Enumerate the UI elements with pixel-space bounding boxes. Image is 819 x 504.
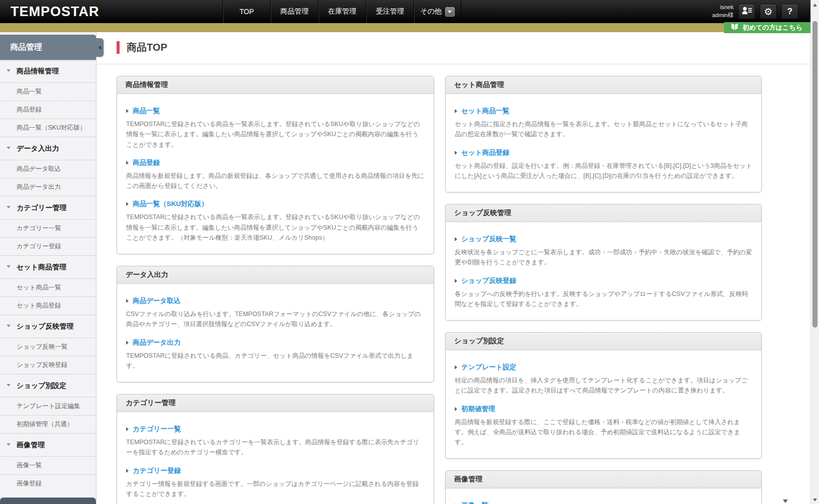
sidebar-section-header[interactable]: 商品情報管理 — [0, 60, 96, 82]
card-title: 商品情報管理 — [126, 80, 168, 88]
chevron-down-icon — [448, 11, 452, 13]
sidebar-item[interactable]: 商品データ出力 — [0, 178, 96, 196]
sidebar-item[interactable]: 商品データ取込 — [0, 160, 96, 178]
sidebar-item[interactable]: セット商品一覧 — [0, 278, 96, 296]
help-button[interactable]: ? — [781, 4, 798, 19]
sidebar-item-label: 商品一覧 — [17, 88, 42, 95]
link-arrow-icon — [455, 109, 457, 113]
sidebar-section-items: セット商品一覧 セット商品登録 — [0, 278, 96, 315]
link-description: CSVファイルの取り込みを行います。TEMPOSTARフォーマットのCSVファイ… — [126, 309, 425, 330]
settings-button[interactable]: ⚙ — [760, 4, 777, 19]
card-link[interactable]: 商品一覧（SKU対応版） — [133, 199, 208, 209]
main-content: 商品TOP 商品情報管理 商品一覧 TEMPOSTARに登録されている商品を一覧… — [96, 32, 819, 504]
sidebar-section: ショップ反映管理 ショップ反映一覧 ショップ反映登録 — [0, 315, 96, 374]
sidebar-item[interactable]: テンプレート設定編集 — [0, 397, 96, 415]
sidebar-item[interactable]: カテゴリー一覧 — [0, 219, 96, 237]
sidebar-section: セット商品管理 セット商品一覧 セット商品登録 — [0, 255, 96, 315]
sidebar-item-label: ショップ反映登録 — [17, 361, 67, 368]
chevron-left-icon — [98, 46, 101, 50]
card-link[interactable]: 画像一覧 — [461, 501, 488, 504]
link-description: カテゴリー情報を新規登録する画面です。一部のショップはカテゴリーページに記載され… — [126, 479, 425, 499]
card-link[interactable]: カテゴリー一覧 — [133, 425, 181, 434]
link-block: カテゴリー一覧 TEMPOSTARに登録されているカテゴリーを一覧表示します。商… — [126, 425, 425, 458]
account-icon — [741, 6, 752, 17]
card-link[interactable]: セット商品一覧 — [461, 107, 509, 116]
scrollbar-thumb[interactable] — [812, 21, 817, 328]
scrollbar[interactable] — [810, 0, 819, 504]
sidebar-section-header[interactable]: データ入出力 — [0, 137, 96, 160]
card-link[interactable]: 初期値管理 — [461, 405, 495, 414]
card-link[interactable]: カテゴリー登録 — [133, 466, 181, 475]
logo-wrap: TEMPOSTAR — [0, 0, 223, 23]
link-arrow-icon — [126, 427, 129, 431]
sidebar-section-header[interactable]: 画像管理 — [0, 433, 96, 456]
sidebar-item[interactable]: 商品登録 — [0, 100, 96, 119]
link-block: 商品一覧（SKU対応版） TEMPOSTARに登録されている商品を一覧表示します… — [126, 199, 425, 243]
card: ショップ反映管理 ショップ反映一覧 反映状況を各ショップごとに一覧表示します。成… — [445, 204, 762, 321]
card-body: 商品データ取込 CSVファイルの取り込みを行います。TEMPOSTARフォーマッ… — [117, 284, 434, 382]
card-link[interactable]: 商品データ出力 — [133, 338, 180, 347]
user-area: isnek admin様 ⚙ ? — [712, 0, 798, 23]
card-link[interactable]: テンプレート設定 — [461, 363, 517, 372]
link-arrow-icon — [455, 365, 457, 369]
sidebar-item[interactable]: 商品一覧（SKU対応版） — [0, 119, 96, 137]
card-link[interactable]: 商品登録 — [133, 158, 160, 167]
sidebar-item[interactable]: 初期値管理（共通） — [0, 415, 96, 433]
nav-dropdown-button[interactable] — [445, 7, 455, 17]
beginner-guide-button[interactable]: 初めての方はこちら — [724, 22, 810, 33]
scroll-bottom-icon[interactable] — [783, 499, 788, 503]
sidebar-section-header[interactable]: カテゴリー管理 — [0, 196, 96, 219]
card-body: 商品一覧 TEMPOSTARに登録されている商品を一覧表示します。登録されている… — [117, 94, 434, 254]
nav-item-label: 商品管理 — [280, 7, 309, 16]
nav-item[interactable]: 在庫管理 — [318, 0, 366, 23]
beginner-guide-label: 初めての方はこちら — [743, 23, 802, 32]
sidebar-collapse-button[interactable] — [96, 38, 104, 57]
sidebar-item[interactable]: ショップ反映登録 — [0, 356, 96, 374]
sidebar-section-title: セット商品管理 — [17, 263, 66, 271]
link-block: ショップ反映登録 各ショップへの反映予約を行います。反映するショップやアップロー… — [455, 276, 752, 310]
sidebar-nav: 商品情報管理 商品一覧 商品登録 商品一覧（SKU対応版） データ入出力 商品デ… — [0, 60, 96, 492]
nav-item[interactable]: TOP — [223, 0, 270, 23]
page-title-block: 商品TOP — [96, 32, 819, 64]
card-link[interactable]: 商品一覧 — [133, 107, 160, 116]
app-logo[interactable]: TEMPOSTAR — [11, 4, 99, 20]
scrollbar-down-icon[interactable] — [813, 498, 817, 501]
title-accent-bar — [117, 41, 120, 54]
scrollbar-up-icon[interactable] — [813, 4, 817, 7]
account-button[interactable] — [738, 4, 755, 19]
nav-item[interactable]: その他 — [414, 0, 461, 23]
link-block: 初期値管理 商品情報を新規登録する際に、ここで登録した価格・送料・税率などの値が… — [455, 405, 752, 448]
card-link[interactable]: ショップ反映一覧 — [461, 235, 516, 244]
card: カテゴリー管理 カテゴリー一覧 TEMPOSTARに登録されているカテゴリーを一… — [117, 394, 434, 504]
link-block: 商品データ出力 TEMPOSTARに登録されている商品、カテゴリー、セット商品の… — [126, 338, 425, 371]
sidebar-section: 商品情報管理 商品一覧 商品登録 商品一覧（SKU対応版） — [0, 60, 96, 137]
sidebar-item[interactable]: 商品一覧 — [0, 82, 96, 100]
sidebar-section-title: 商品情報管理 — [17, 67, 59, 75]
nav-item[interactable]: 受注管理 — [366, 0, 414, 23]
link-arrow-icon — [455, 237, 457, 241]
sidebar-section-header[interactable]: ショップ反映管理 — [0, 315, 96, 338]
card-link[interactable]: ショップ反映登録 — [461, 276, 516, 285]
sidebar-item-label: テンプレート設定編集 — [17, 402, 80, 410]
sidebar-item[interactable]: 画像登録 — [0, 474, 96, 492]
link-description: 特定の商品情報の項目を、挿入タグを使用してテンプレート化することができます。項目… — [455, 375, 752, 396]
link-arrow-icon — [126, 469, 129, 473]
nav-item-label: 受注管理 — [376, 7, 404, 16]
gold-bar: 初めての方はこちら — [0, 23, 819, 32]
chevron-down-icon — [7, 384, 11, 386]
sidebar-item-label: 商品一覧（SKU対応版） — [17, 124, 86, 131]
sidebar-item[interactable]: カテゴリー登録 — [0, 237, 96, 255]
card-link[interactable]: 商品データ取込 — [133, 296, 180, 306]
sidebar-section-header[interactable]: ショップ別設定 — [0, 374, 96, 397]
sidebar-item[interactable]: ショップ反映一覧 — [0, 338, 96, 356]
link-block: テンプレート設定 特定の商品情報の項目を、挿入タグを使用してテンプレート化するこ… — [455, 363, 752, 396]
nav-item[interactable]: 商品管理 — [270, 0, 318, 23]
sidebar-item-label: 商品データ取込 — [17, 165, 61, 172]
card-link[interactable]: セット商品登録 — [461, 148, 509, 157]
sidebar-item[interactable]: 画像一覧 — [0, 456, 96, 474]
sidebar-section-header[interactable]: セット商品管理 — [0, 255, 96, 278]
top-header: TEMPOSTAR TOP 商品管理 在庫管理 受注管理 その他 isnek a… — [0, 0, 819, 23]
link-block: カテゴリー登録 カテゴリー情報を新規登録する画面です。一部のショップはカテゴリー… — [126, 466, 425, 499]
link-block: 商品一覧 TEMPOSTARに登録されている商品を一覧表示します。登録されている… — [126, 107, 425, 150]
sidebar-item[interactable]: セット商品登録 — [0, 296, 96, 315]
